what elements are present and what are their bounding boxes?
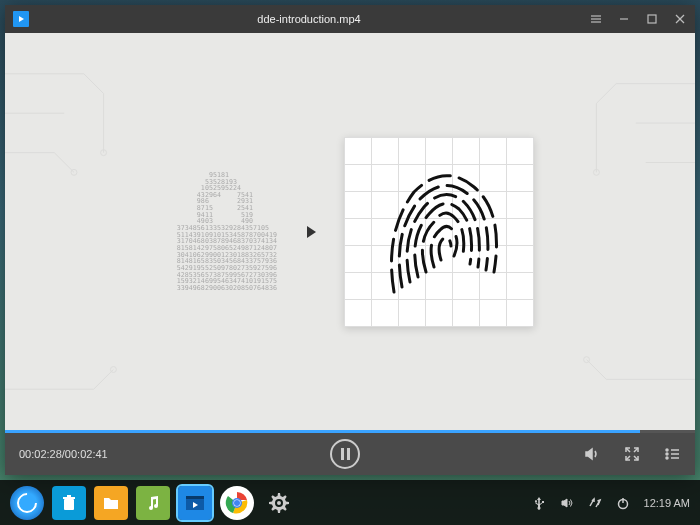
dock-file-manager[interactable] (94, 486, 128, 520)
svg-rect-4 (648, 15, 656, 23)
pause-icon (341, 448, 350, 460)
svg-rect-20 (67, 495, 71, 497)
svg-point-12 (666, 449, 668, 451)
titlebar[interactable]: dde-introduction.mp4 (5, 5, 695, 33)
video-frame-content: 95181 53528193 1052595224 432964 7541 98… (5, 33, 695, 430)
dock-chrome[interactable] (220, 486, 254, 520)
control-bar: 00:02:28/00:02:41 (5, 433, 695, 475)
progress-bar[interactable] (5, 430, 695, 433)
time-display: 00:02:28/00:02:41 (19, 448, 108, 460)
fingerprint-card (344, 137, 534, 327)
svg-point-14 (666, 453, 668, 455)
window-title: dde-introduction.mp4 (29, 13, 589, 25)
usb-tray-icon[interactable] (532, 496, 546, 510)
dock-launcher[interactable] (10, 486, 44, 520)
clock[interactable]: 12:19 AM (644, 497, 690, 509)
padlock-ascii-icon: 95181 53528193 1052595224 432964 7541 98… (168, 172, 276, 292)
app-logo-icon (13, 11, 29, 27)
dock-trash[interactable] (52, 486, 86, 520)
minimize-button[interactable] (617, 12, 631, 26)
playlist-button[interactable] (663, 445, 681, 463)
svg-rect-18 (64, 499, 74, 510)
menu-button[interactable] (589, 12, 603, 26)
video-canvas[interactable]: 95181 53528193 1052595224 432964 7541 98… (5, 33, 695, 430)
svg-rect-19 (63, 497, 75, 499)
video-player-window: dde-introduction.mp4 (5, 5, 695, 475)
dock-music[interactable] (136, 486, 170, 520)
svg-point-27 (234, 500, 240, 506)
network-tray-icon[interactable] (588, 496, 602, 510)
close-button[interactable] (673, 12, 687, 26)
fullscreen-button[interactable] (623, 445, 641, 463)
progress-fill (5, 430, 640, 433)
svg-rect-22 (186, 496, 204, 499)
volume-tray-icon[interactable] (560, 496, 574, 510)
dock-video-player[interactable] (178, 486, 212, 520)
system-tray: 12:19 AM (532, 496, 690, 510)
arrow-right-icon (307, 226, 316, 238)
volume-button[interactable] (583, 445, 601, 463)
pause-button[interactable] (330, 439, 360, 469)
fingerprint-icon (364, 152, 514, 312)
window-controls (589, 12, 687, 26)
dock (10, 486, 296, 520)
dock-settings[interactable] (262, 486, 296, 520)
power-tray-icon[interactable] (616, 496, 630, 510)
svg-point-16 (666, 457, 668, 459)
maximize-button[interactable] (645, 12, 659, 26)
taskbar: 12:19 AM (0, 480, 700, 525)
